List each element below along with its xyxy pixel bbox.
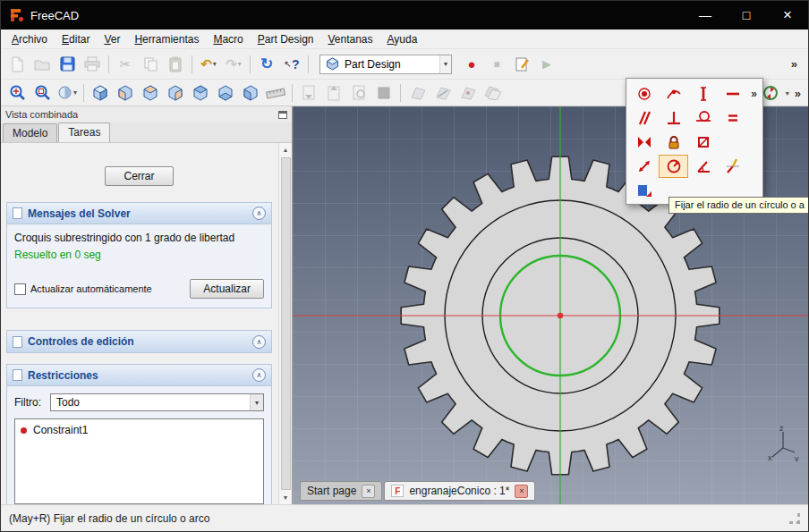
macro-record-button[interactable]: ● [459,53,484,76]
sketch-tool-validate-button[interactable] [371,81,396,105]
filter-combo[interactable]: Todo ▾ [50,393,264,411]
view-top-button[interactable] [138,81,163,105]
datum-shape-button[interactable] [480,81,505,105]
measure-button[interactable] [263,81,288,105]
virtual-space-dropdown-arrow[interactable]: ▾ [786,89,789,97]
scroll-up-icon[interactable]: ▲ [279,143,292,156]
menu-editar[interactable]: Editar [55,30,97,48]
tab-close-icon[interactable]: × [362,485,375,498]
menu-part-design[interactable]: Part Design [251,30,321,48]
tab-modelo[interactable]: Modelo [3,123,57,142]
menu-ver[interactable]: Ver [97,30,127,48]
constraint-radius-button[interactable] [659,155,688,178]
draw-style-dropdown-arrow[interactable]: ▾ [73,89,77,97]
workbench-selector[interactable]: Part Design ▾ [319,55,452,74]
macro-play-icon: ▶ [542,57,551,71]
menu-ayuda[interactable]: Ayuda [380,30,425,48]
datum-plane-button[interactable] [404,81,430,105]
fit-all-button[interactable] [4,81,30,105]
zoom-selection-button[interactable] [30,81,55,105]
scrollbar-thumb[interactable] [281,157,291,490]
actualizar-button[interactable]: Actualizar [190,279,264,299]
macro-stop-button[interactable]: ■ [484,53,509,76]
constraint-equal-button[interactable] [718,106,747,130]
fit-all-icon [9,84,26,101]
close-button[interactable]: × [767,1,808,30]
constraint-distance-button[interactable] [629,155,659,178]
toolbar-overflow-chevron[interactable]: » [784,57,805,71]
redo-button[interactable]: ↷ ▾ [221,53,246,76]
toolbar2-overflow-chevron[interactable]: » [791,87,805,100]
constraint-lock-button[interactable] [659,131,688,154]
view-right-button[interactable] [163,81,188,105]
macro-edit-button[interactable] [509,53,534,76]
cut-button[interactable]: ✂ [113,53,138,76]
menu-archivo[interactable]: Archivo [4,30,55,48]
whats-this-button[interactable]: ↖ ? [279,53,304,76]
maximize-button[interactable]: □ [726,1,767,30]
datum-line-button[interactable] [430,81,455,105]
tab-close-icon[interactable]: × [515,485,528,498]
print-button[interactable] [80,53,105,76]
solver-section-header[interactable]: Mensajes del Solver ∧ [7,203,271,224]
resize-grip[interactable] [789,513,800,524]
collapse-icon[interactable]: ∧ [252,368,266,382]
open-file-button[interactable] [30,53,55,76]
workbench-dropdown-arrow[interactable]: ▾ [439,55,451,73]
edit-controls-header[interactable]: Controles de edición ∧ [7,331,271,352]
workbench-icon [326,57,339,71]
view-rear-button[interactable] [188,81,213,105]
refresh-button[interactable]: ↻ [254,53,279,76]
minimize-button[interactable]: — [685,1,726,30]
constraint-vertical-button[interactable] [688,82,718,106]
tab-tareas[interactable]: Tareas [58,122,110,142]
copy-button[interactable] [138,53,163,76]
view-isometric-button[interactable] [88,81,113,105]
sketch-tool-leave-button[interactable] [321,81,346,105]
tab-start-page[interactable]: Start page × [300,481,382,501]
paste-icon [168,56,183,72]
constraint-block-button[interactable] [688,131,718,154]
constraint-list-item[interactable]: Constraint1 [17,421,261,439]
menu-macro[interactable]: Macro [206,30,250,48]
constraint-coincident-button[interactable] [629,82,659,106]
scroll-down-icon[interactable]: ▼ [279,491,292,504]
filter-dropdown-arrow[interactable]: ▾ [250,394,263,410]
tab-document[interactable]: F engranajeConico : 1* × [384,481,535,501]
paste-button[interactable] [163,53,188,76]
draw-style-button[interactable]: ▾ [55,81,80,105]
popup-overflow-chevron[interactable]: » [751,88,760,100]
undo-button[interactable]: ↶ ▾ [196,53,221,76]
panel-scrollbar[interactable]: ▲ ▼ [278,143,292,504]
sketch-tool-validate-icon [377,86,391,100]
collapse-icon[interactable]: ∧ [252,335,266,349]
cerrar-button[interactable]: Cerrar [105,166,173,186]
macro-play-button[interactable]: ▶ [534,53,559,76]
view-bottom-button[interactable] [213,81,238,105]
redo-dropdown-arrow[interactable]: ▾ [238,60,242,68]
view-left-button[interactable] [238,81,263,105]
constraint-parallel-button[interactable] [629,106,659,130]
datum-point-button[interactable] [455,81,480,105]
origin-point[interactable] [558,313,563,318]
constraint-symmetric-button[interactable] [629,131,659,154]
collapse-icon[interactable]: ∧ [252,207,266,220]
constraint-tangent-button[interactable] [688,106,718,130]
constraint-point-on-object-button[interactable] [659,82,688,106]
view-front-button[interactable] [113,81,138,105]
save-button[interactable] [55,53,80,76]
constraint-angle-button[interactable] [688,155,718,178]
menu-herramientas[interactable]: Herramientas [127,30,206,48]
constraint-horizontal-button[interactable] [718,82,747,106]
auto-update-checkbox[interactable] [14,283,26,295]
constraint-snell-button[interactable] [718,155,747,178]
sketch-tool-map-button[interactable] [296,81,321,105]
constraints-header[interactable]: Restricciones ∧ [7,365,271,386]
undo-dropdown-arrow[interactable]: ▾ [213,60,217,68]
sketch-tool-view-button[interactable] [346,81,371,105]
constraint-toggle-driving-button[interactable] [629,179,659,202]
new-file-button[interactable] [4,53,30,76]
float-panel-icon[interactable] [278,111,287,119]
constraint-perpendicular-button[interactable] [659,106,688,130]
menu-ventanas[interactable]: Ventanas [321,30,380,48]
